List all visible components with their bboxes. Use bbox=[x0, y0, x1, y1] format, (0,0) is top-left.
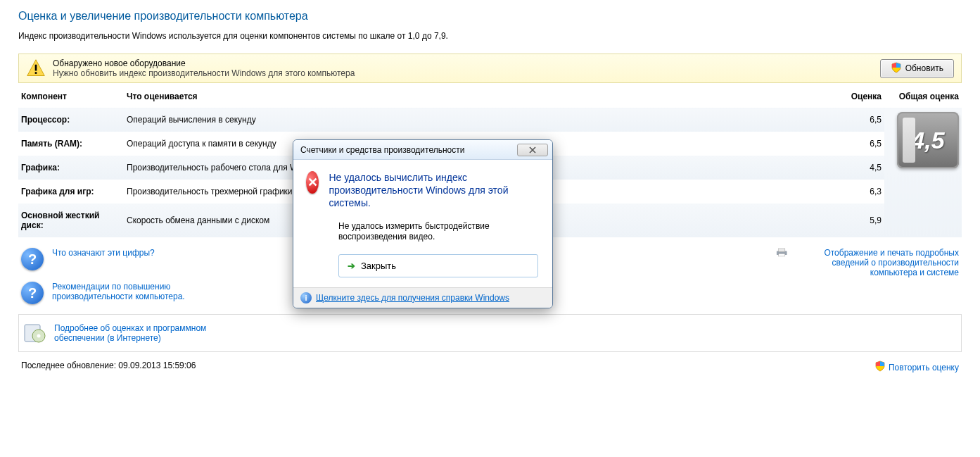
link-learn-more[interactable]: Подробнее об оценках и программном обесп… bbox=[54, 323, 244, 343]
repeat-assessment-label: Повторить оценку bbox=[889, 363, 959, 373]
cell-what: Операций вычисления в секунду bbox=[124, 108, 835, 132]
header-component: Компонент bbox=[18, 87, 124, 108]
software-icon bbox=[23, 322, 46, 344]
table-row: Процессор: Операций вычисления в секунду… bbox=[18, 108, 962, 132]
cell-component: Процессор: bbox=[18, 108, 124, 132]
error-dialog: Счетчики и средства производительности ✕… bbox=[293, 139, 553, 308]
page-subtitle: Индекс производительности Windows исполь… bbox=[18, 31, 497, 41]
dialog-main-text: Не удалось вычислить индекс производител… bbox=[329, 171, 540, 210]
header-base: Общая оценка bbox=[884, 87, 962, 108]
last-update-label: Последнее обновление: bbox=[21, 361, 116, 370]
cell-score: 6,3 bbox=[835, 180, 884, 204]
cell-component: Память (RAM): bbox=[18, 132, 124, 156]
warning-strip: Обнаружено новое оборудование Нужно обно… bbox=[18, 54, 962, 83]
printer-icon bbox=[776, 248, 788, 268]
info-icon: i bbox=[300, 292, 312, 303]
page-title: Оценка и увеличение производительности к… bbox=[18, 10, 962, 23]
learn-more-box: Подробнее об оценках и программном обесп… bbox=[18, 314, 962, 352]
cell-score: 6,5 bbox=[835, 108, 884, 132]
arrow-right-icon: ➔ bbox=[348, 261, 355, 271]
svg-rect-2 bbox=[35, 72, 37, 74]
header-what: Что оценивается bbox=[124, 87, 835, 108]
link-recommend[interactable]: Рекомендации по повышению производительн… bbox=[52, 282, 207, 301]
last-update: Последнее обновление: 09.09.2013 15:59:0… bbox=[21, 361, 196, 374]
dialog-help-link[interactable]: Щелкните здесь для получения справки Win… bbox=[316, 293, 509, 303]
cell-component: Графика для игр: bbox=[18, 180, 124, 204]
error-icon: ✕ bbox=[306, 171, 319, 194]
repeat-assessment-link[interactable]: Повторить оценку bbox=[874, 361, 959, 374]
shield-icon bbox=[874, 361, 886, 374]
cell-base: 4,5 bbox=[884, 108, 962, 238]
svg-rect-1 bbox=[35, 65, 37, 71]
link-what-numbers[interactable]: Что означают эти цифры? bbox=[52, 248, 155, 258]
warning-line1: Обнаружено новое оборудование bbox=[53, 58, 873, 68]
help-icon: ? bbox=[21, 282, 44, 304]
cell-score: 5,9 bbox=[835, 204, 884, 237]
refresh-button[interactable]: Обновить bbox=[880, 59, 954, 78]
dialog-close-button[interactable] bbox=[517, 144, 548, 156]
refresh-button-label: Обновить bbox=[905, 63, 943, 73]
warning-icon bbox=[26, 58, 46, 78]
dialog-close-action-button[interactable]: ➔ Закрыть bbox=[338, 254, 538, 277]
link-print-detail[interactable]: Отображение и печать подробных сведений … bbox=[796, 248, 960, 277]
cell-score: 4,5 bbox=[835, 156, 884, 180]
cell-component: Графика: bbox=[18, 156, 124, 180]
warning-line2: Нужно обновить индекс производительности… bbox=[53, 68, 873, 78]
shield-icon bbox=[891, 62, 902, 75]
cell-component: Основной жесткий диск: bbox=[18, 204, 124, 237]
svg-rect-5 bbox=[779, 253, 785, 256]
last-update-value: 09.09.2013 15:59:06 bbox=[118, 361, 196, 370]
help-icon: ? bbox=[21, 248, 44, 270]
svg-point-8 bbox=[37, 334, 41, 338]
svg-rect-4 bbox=[779, 249, 785, 252]
base-score-badge: 4,5 bbox=[897, 112, 959, 168]
dialog-close-action-label: Закрыть bbox=[361, 261, 396, 271]
dialog-sub-text: Не удалось измерить быстродействие воспр… bbox=[338, 221, 540, 243]
close-icon bbox=[524, 146, 541, 154]
dialog-title: Счетчики и средства производительности bbox=[300, 145, 464, 155]
cell-score: 6,5 bbox=[835, 132, 884, 156]
header-score: Оценка bbox=[835, 87, 884, 108]
